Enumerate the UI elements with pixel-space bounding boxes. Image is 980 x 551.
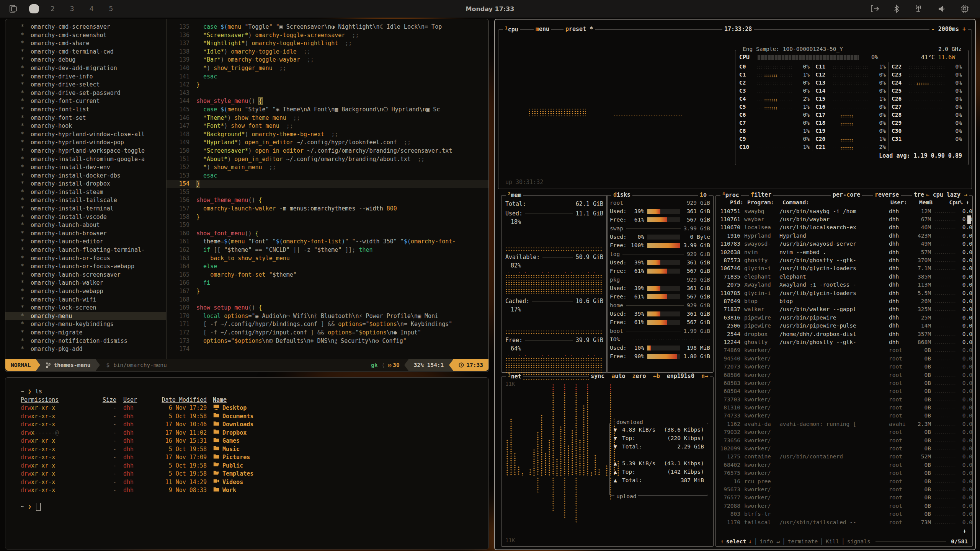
btop-window[interactable]: 1cpu menu preset * 17:33:28 - 2000ms + u…: [494, 19, 976, 550]
file-item[interactable]: *omarchy-lock-screen: [5, 304, 166, 312]
proc-box-title[interactable]: 4proc: [720, 191, 741, 199]
terminate-key[interactable]: terminate: [788, 538, 818, 544]
process-row[interactable]: 68584kworker/root0B0.0: [716, 387, 972, 395]
process-row[interactable]: 102099kworker/root0B0.0: [716, 444, 972, 452]
code-editor[interactable]: 135 case $(menu "Toggle" "▣ Screensaver\…: [167, 19, 488, 359]
file-list[interactable]: *omarchy-cmd-screensaver*omarchy-cmd-scr…: [5, 19, 167, 359]
process-row[interactable]: 2506pipewire/usr/bin/pipewire-pulsedhh14…: [716, 321, 972, 329]
file-item[interactable]: *omarchy-font-list: [5, 106, 166, 114]
process-row[interactable]: 1916HyprlandHyprlanddhh423M0.0: [716, 231, 972, 240]
disks-box-title[interactable]: disks: [611, 191, 632, 198]
net-controls[interactable]: syncautozero←benp191s0n→: [589, 373, 710, 380]
file-item[interactable]: *omarchy-menu-keybindings: [5, 320, 166, 329]
volume-icon[interactable]: [937, 4, 946, 13]
process-row[interactable]: 68583kworker/root0B0.0: [716, 379, 972, 387]
file-item[interactable]: *omarchy-install-tailscale: [5, 196, 166, 205]
process-row[interactable]: 1170tailscal/usr/sbin/tailscaled --root7…: [716, 518, 972, 526]
file-item[interactable]: *omarchy-cmd-terminal-cwd: [5, 48, 166, 56]
process-row[interactable]: 110751swaybg/usr/bin/swaybg -i /homdhh12…: [716, 207, 972, 215]
process-row[interactable]: 68586kworker/root0B0.0: [716, 371, 972, 379]
process-row[interactable]: 87573ghostty/usr/bin/ghostty --gtk-dhh37…: [716, 256, 972, 264]
process-row[interactable]: 94540kworker/root0B0.0: [716, 354, 972, 362]
process-row[interactable]: 87649btopbtopdhh26M0.0: [716, 297, 972, 305]
process-row[interactable]: 2544dropbox/home/dhh/.dropbox-distdhh357…: [716, 330, 972, 338]
file-item[interactable]: *omarchy-pkg-add: [5, 345, 166, 354]
file-item[interactable]: *omarchy-font-current: [5, 97, 166, 106]
process-row[interactable]: 16rcu_preeroot0B0.0: [716, 477, 972, 485]
process-row[interactable]: 79032kworker/root0B0.0: [716, 428, 972, 436]
menu-button[interactable]: menu: [534, 26, 551, 33]
file-item[interactable]: *omarchy-dev-add-migration: [5, 64, 166, 73]
process-row[interactable]: 74869kworker/root0B0.0: [716, 346, 972, 354]
file-item[interactable]: *omarchy-launch-about: [5, 221, 166, 230]
process-row[interactable]: 81310kworker/root0B0.0: [716, 403, 972, 411]
file-item[interactable]: *omarchy-hook: [5, 122, 166, 130]
file-item[interactable]: *omarchy-menu: [5, 312, 166, 321]
process-row[interactable]: 110670localsea/usr/lib/localsearch-exdhh…: [716, 223, 972, 231]
kill-key[interactable]: Kill: [826, 538, 839, 544]
process-row[interactable]: 803btrfs-trroot0B0.0: [716, 510, 972, 518]
process-row[interactable]: 12244ghostty/usr/bin/ghostty --gtk-dhh86…: [716, 338, 972, 346]
process-row[interactable]: 68402kworker/root0B0.0: [716, 461, 972, 469]
process-row[interactable]: 2075XwaylandXwayland :1 -rootless -dhh11…: [716, 281, 972, 289]
file-item[interactable]: *omarchy-hyprland-window-close-all: [5, 130, 166, 139]
process-row[interactable]: 102638nvimnvim --embed .dhh57M0.0: [716, 248, 972, 256]
signals-key[interactable]: signals: [847, 538, 871, 544]
update-interval-control[interactable]: - 2000ms +: [929, 26, 968, 33]
process-row[interactable]: 76577kworker/root0B0.0: [716, 494, 972, 502]
process-row[interactable]: 95673kworker/root0B0.0: [716, 485, 972, 493]
select-down-key[interactable]: ↓: [748, 538, 752, 544]
filter-button[interactable]: filter: [749, 191, 773, 198]
file-item[interactable]: *omarchy-hyprland-workspace-toggle: [5, 147, 166, 155]
process-row[interactable]: 74733kworker/root0B0.0: [716, 412, 972, 420]
file-item[interactable]: *omarchy-launch-wifi: [5, 296, 166, 304]
file-item[interactable]: *omarchy-notification-dismiss: [5, 337, 166, 346]
file-item[interactable]: *omarchy-launch-browser: [5, 230, 166, 238]
process-row[interactable]: 110761waybar/usr/bin/waybardhh67M0.0: [716, 215, 972, 223]
proc-scrollbar[interactable]: [967, 215, 971, 224]
file-item[interactable]: *omarchy-cmd-screenshot: [5, 31, 166, 40]
io-mode-button[interactable]: io: [698, 191, 709, 198]
file-item[interactable]: *omarchy-install-chromium-google-a: [5, 155, 166, 164]
file-item[interactable]: *omarchy-launch-or-focus: [5, 254, 166, 263]
process-row[interactable]: 1162avahi-daavahi-daemon: running [avahi…: [716, 420, 972, 428]
net-box-title[interactable]: 3net: [506, 373, 523, 380]
file-item[interactable]: *omarchy-install-dev-env: [5, 163, 166, 172]
file-item[interactable]: *omarchy-drive-select: [5, 81, 166, 89]
select-up-key[interactable]: ↑: [720, 538, 724, 544]
file-item[interactable]: *omarchy-install-terminal: [5, 205, 166, 213]
git-branch-segment[interactable]: themes-menu: [40, 359, 96, 371]
process-row[interactable]: 63816pipewire/usr/bin/pipewiredhh25M0.0: [716, 313, 972, 321]
file-item[interactable]: *omarchy-drive-info: [5, 73, 166, 81]
process-row[interactable]: 76575kworker/root0B0.0: [716, 469, 972, 477]
file-item[interactable]: *omarchy-hyprland-window-pop: [5, 139, 166, 147]
per-core-button[interactable]: per-core: [831, 191, 862, 198]
file-item[interactable]: *omarchy-launch-floating-terminal-: [5, 246, 166, 254]
reverse-button[interactable]: reverse: [873, 191, 901, 198]
process-row[interactable]: 73656kworker/root0B0.0: [716, 436, 972, 444]
process-row[interactable]: 110783swayosd-/usr/bin/swayosd-serverdhh…: [716, 240, 972, 248]
file-item[interactable]: *omarchy-launch-walker: [5, 279, 166, 287]
process-row[interactable]: 72073kworker/root0B0.0: [716, 362, 972, 370]
file-item[interactable]: *omarchy-cmd-screensaver: [5, 23, 166, 31]
file-item[interactable]: *omarchy-drive-set-password: [5, 89, 166, 98]
file-item[interactable]: *omarchy-install-vscode: [5, 213, 166, 222]
file-item[interactable]: *omarchy-install-docker-dbs: [5, 172, 166, 180]
memory-box-title[interactable]: 2mem: [506, 191, 523, 199]
sort-column-control[interactable]: ← cpu lazy →: [924, 191, 969, 198]
info-key[interactable]: info ↵: [760, 538, 780, 544]
network-icon[interactable]: [913, 4, 923, 13]
bluetooth-icon[interactable]: [893, 4, 900, 13]
file-item[interactable]: *omarchy-debug: [5, 56, 166, 64]
process-row[interactable]: 73703kworker/root0B0.0: [716, 395, 972, 403]
process-row[interactable]: 71837walker/usr/bin/walker --gappldhh325…: [716, 305, 972, 313]
cpu-chip-icon[interactable]: [960, 4, 969, 13]
file-item[interactable]: *omarchy-launch-screensaver: [5, 271, 166, 279]
process-row[interactable]: 71835elephantelephantdhh385M0.0: [716, 272, 972, 280]
file-item[interactable]: *omarchy-migrate: [5, 329, 166, 337]
file-item[interactable]: *omarchy-cmd-share: [5, 39, 166, 48]
process-row[interactable]: 110785glycin-i/usr/lib/glycin-loadersdhh…: [716, 289, 972, 297]
scroll-down-icon[interactable]: ↓: [963, 527, 966, 534]
prompt-line[interactable]: ~❯: [21, 503, 488, 511]
logout-icon[interactable]: [870, 5, 880, 13]
